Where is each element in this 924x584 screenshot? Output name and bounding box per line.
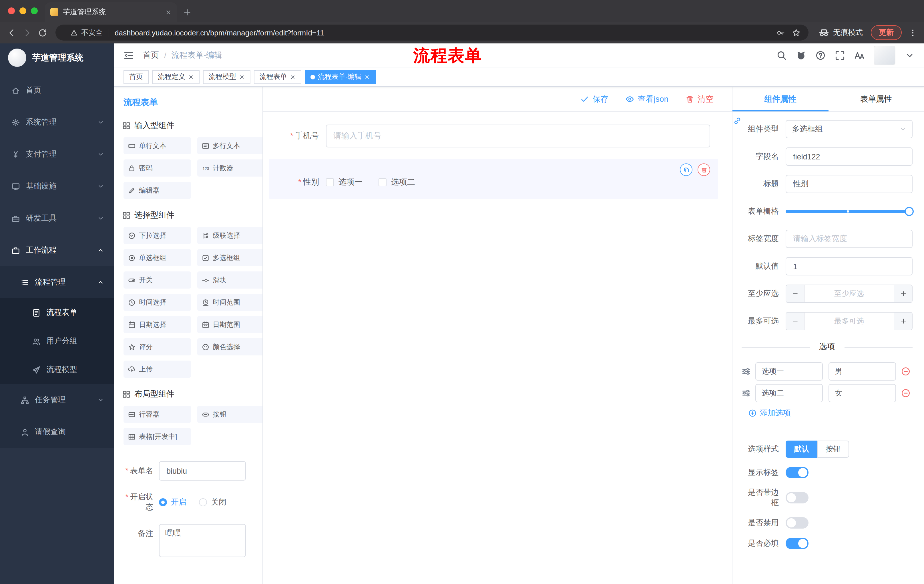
required-toggle[interactable] <box>785 538 808 549</box>
address-bar[interactable]: 不安全 dashboard.yudao.iocoder.cn/bpm/manag… <box>56 25 808 41</box>
sidebar-item-workflow[interactable]: 工作流程 <box>0 234 114 266</box>
add-option-button[interactable]: 添加选项 <box>749 408 912 418</box>
palette-item[interactable]: 多行文本 <box>197 137 263 154</box>
component-type-select[interactable]: 多选框组 <box>785 120 912 138</box>
fullscreen-icon[interactable] <box>835 50 845 60</box>
tags-view-item[interactable]: 流程模型 <box>203 70 251 84</box>
option-label-input[interactable]: 选项二 <box>755 384 823 402</box>
copy-component-button[interactable] <box>680 163 693 176</box>
minimize-window-button[interactable] <box>20 7 26 14</box>
close-tag-icon[interactable] <box>188 74 194 80</box>
bookmark-star-icon[interactable] <box>792 28 800 37</box>
delete-component-button[interactable] <box>698 163 710 176</box>
form-grid-slider[interactable] <box>785 202 912 220</box>
view-json-button[interactable]: 查看json <box>626 94 668 104</box>
close-tag-icon[interactable] <box>239 74 245 80</box>
border-toggle[interactable] <box>785 492 808 503</box>
tab-component-props[interactable]: 组件属性 <box>733 87 828 112</box>
tab-form-props[interactable]: 表单属性 <box>828 87 924 112</box>
style-button-button[interactable]: 按钮 <box>817 441 849 458</box>
palette-item[interactable]: 时间选择 <box>124 294 191 311</box>
palette-item[interactable]: 表格[开发中] <box>124 428 191 445</box>
sidebar-item-system-mgmt[interactable]: 系统管理 <box>0 106 114 138</box>
sidebar-item-process-model[interactable]: 流程模型 <box>0 355 114 384</box>
slider-handle[interactable] <box>904 207 914 216</box>
sidebar-item-process-mgmt[interactable]: 流程管理 <box>0 266 114 298</box>
option-value-input[interactable]: 男 <box>828 362 896 380</box>
sidebar-item-payment-mgmt[interactable]: 支付管理 <box>0 138 114 170</box>
tags-view-item[interactable]: 流程表单 <box>254 70 301 84</box>
forward-icon[interactable] <box>22 28 32 38</box>
tags-view-item[interactable]: 流程表单-编辑 <box>305 70 376 84</box>
new-tab-button[interactable] <box>183 8 191 16</box>
close-tag-icon[interactable] <box>364 74 370 80</box>
status-on-radio[interactable] <box>159 498 167 506</box>
palette-item[interactable]: 单行文本 <box>124 137 191 154</box>
sidebar-item-user-group[interactable]: 用户分组 <box>0 327 114 355</box>
browser-menu-icon[interactable] <box>909 28 917 37</box>
palette-item[interactable]: 123计数器 <box>197 160 263 176</box>
app-logo[interactable]: 芋道管理系统 <box>0 43 114 72</box>
zoom-window-button[interactable] <box>31 7 38 14</box>
back-icon[interactable] <box>7 28 16 38</box>
remove-option-button[interactable] <box>901 367 910 376</box>
palette-item[interactable]: 下拉选择 <box>124 227 191 244</box>
option-value-input[interactable]: 女 <box>828 384 896 402</box>
gender-option1-label[interactable]: 选项一 <box>338 177 363 188</box>
status-off-label[interactable]: 关闭 <box>211 497 226 507</box>
minus-button[interactable] <box>786 313 805 330</box>
window-controls[interactable] <box>8 7 38 14</box>
save-button[interactable]: 保存 <box>581 94 609 104</box>
palette-item[interactable]: 颜色选择 <box>197 338 263 355</box>
sidebar-item-dev-tools[interactable]: 研发工具 <box>0 202 114 234</box>
gender-option2-label[interactable]: 选项二 <box>391 177 415 188</box>
reload-icon[interactable] <box>38 28 48 38</box>
palette-item[interactable]: 日期选择 <box>124 316 191 333</box>
min-select-stepper[interactable]: 至少应选 <box>785 285 912 303</box>
close-tab-icon[interactable] <box>165 9 172 15</box>
remark-textarea[interactable]: 嘿嘿 <box>159 524 246 557</box>
show-label-toggle[interactable] <box>785 467 808 478</box>
form-name-input[interactable]: biubiu <box>159 461 246 480</box>
remove-option-button[interactable] <box>901 388 910 398</box>
clear-button[interactable]: 清空 <box>686 94 714 104</box>
sidebar-item-home[interactable]: 首页 <box>0 74 114 106</box>
close-window-button[interactable] <box>8 7 15 14</box>
avatar-caret-icon[interactable] <box>904 50 915 60</box>
github-icon[interactable] <box>796 50 806 60</box>
palette-item[interactable]: 时间范围 <box>197 294 263 311</box>
palette-item[interactable]: 日期范围 <box>197 316 263 333</box>
status-on-label[interactable]: 开启 <box>171 497 186 507</box>
palette-item[interactable]: 滑块 <box>197 271 263 289</box>
sidebar-fold-icon[interactable] <box>124 50 134 60</box>
palette-item[interactable]: 评分 <box>124 338 191 355</box>
palette-item[interactable]: 密码 <box>124 160 191 176</box>
palette-item[interactable]: 按钮 <box>197 406 263 423</box>
palette-item[interactable]: 多选框组 <box>197 249 263 266</box>
sidebar-item-infrastructure[interactable]: 基础设施 <box>0 170 114 202</box>
palette-item[interactable]: 级联选择 <box>197 227 263 244</box>
font-size-icon[interactable] <box>854 50 865 60</box>
link-icon[interactable] <box>733 117 742 125</box>
palette-item[interactable]: 开关 <box>124 271 191 289</box>
minus-button[interactable] <box>786 285 805 302</box>
option-label-input[interactable]: 选项一 <box>755 362 823 380</box>
close-tag-icon[interactable] <box>290 74 295 80</box>
plus-button[interactable] <box>894 285 912 302</box>
search-icon[interactable] <box>777 50 787 60</box>
phone-input[interactable]: 请输入手机号 <box>326 125 710 147</box>
palette-item[interactable]: 单选框组 <box>124 249 191 266</box>
gender-option1-checkbox[interactable] <box>326 178 334 186</box>
title-input[interactable]: 性别 <box>785 175 912 193</box>
field-name-input[interactable]: field122 <box>785 147 912 166</box>
canvas-field-gender-selected[interactable]: *性别 选项一 选项二 <box>269 159 718 199</box>
security-chip[interactable]: 不安全 <box>63 28 102 38</box>
help-icon[interactable] <box>815 50 826 60</box>
sidebar-item-task-mgmt[interactable]: 任务管理 <box>0 384 114 416</box>
breadcrumb-home[interactable]: 首页 <box>143 50 159 60</box>
browser-tab[interactable]: 芋道管理系统 <box>45 2 177 22</box>
palette-item[interactable]: 上传 <box>124 360 191 378</box>
style-default-button[interactable]: 默认 <box>785 441 818 458</box>
disabled-toggle[interactable] <box>785 517 808 528</box>
max-select-stepper[interactable]: 最多可选 <box>785 312 912 330</box>
